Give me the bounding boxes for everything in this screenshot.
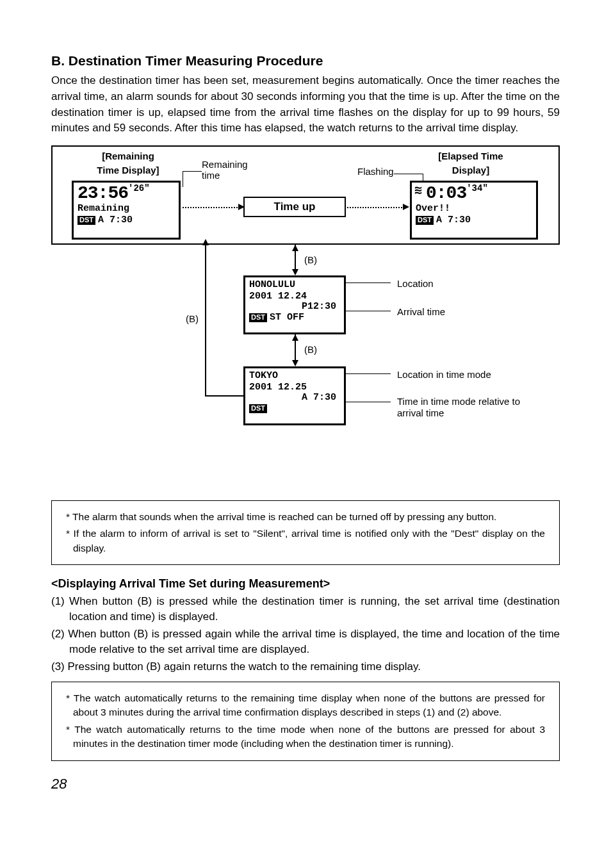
leader-line: [346, 373, 391, 374]
lcd-line: 2001 12.25: [249, 382, 307, 393]
notes-box-2: * The watch automatically returns to the…: [51, 682, 560, 761]
arrow-icon: [292, 334, 298, 341]
page-number: 28: [51, 774, 560, 794]
text: Time Display]: [97, 165, 159, 176]
loc-time-mode-label: Location in time mode: [397, 368, 491, 382]
flow-line: [205, 395, 243, 397]
flow-diagram: [Remaining Time Display] [Elapsed Time D…: [51, 145, 560, 491]
text: [Elapsed Time: [438, 151, 503, 161]
subheading: <Displaying Arrival Time Set during Meas…: [51, 575, 560, 592]
leader-line: [183, 171, 202, 172]
text: [Remaining: [102, 151, 154, 161]
time-rel-label: Time in time mode relative to arrival ti…: [397, 396, 544, 419]
arrival-time-label: Arrival time: [397, 305, 445, 319]
lcd-elapsed: ≋ 0:03'34" Over!! DSTA 7:30: [410, 181, 538, 240]
arrow-icon: [292, 269, 298, 275]
time-up-box: Time up: [243, 197, 346, 217]
arrow-icon: [403, 204, 409, 210]
lcd-line: TOKYO: [249, 370, 278, 381]
lcd-line: 2001 12.24: [249, 291, 307, 302]
lcd-line: A 7:30: [249, 393, 340, 403]
lcd-remaining: 23:56'26" Remaining DSTA 7:30: [72, 181, 181, 240]
arrow-icon: [202, 239, 209, 245]
lcd-sec: '34": [466, 183, 488, 193]
dst-badge: DST: [416, 216, 434, 225]
note-item: * The alarm that sounds when the arrival…: [66, 510, 545, 524]
lcd-sec: '26": [128, 183, 150, 193]
lcd-destination: HONOLULU 2001 12.24 P12:30 DSTST OFF: [243, 275, 346, 334]
step-item: (2) When button (B) is pressed again whi…: [51, 626, 560, 658]
arrow-icon: [292, 360, 298, 366]
step-item: (3) Pressing button (B) again returns th…: [51, 659, 560, 675]
remaining-time-label: Remaining time: [202, 160, 259, 181]
step-item: (1) When button (B) is pressed while the…: [51, 594, 560, 625]
dst-badge: DST: [249, 313, 267, 322]
dotted-arrow: [347, 207, 405, 208]
lcd-line: A 7:30: [98, 215, 133, 225]
leader-line: [394, 174, 423, 174]
lcd-main: 23:56: [77, 183, 128, 203]
dst-badge: DST: [77, 216, 95, 225]
lcd-line: P12:30: [249, 302, 340, 312]
lcd-line: HONOLULU: [249, 279, 295, 290]
note-item: * The watch automatically returns to the…: [66, 723, 545, 751]
notes-box-1: * The alarm that sounds when the arrival…: [51, 500, 560, 565]
text: Display]: [452, 165, 489, 176]
flashing-label: Flashing: [357, 165, 394, 179]
note-item: * If the alarm to inform of arrival is s…: [66, 527, 545, 555]
section-heading: B. Destination Timer Measuring Procedure: [51, 51, 560, 70]
lcd-main: 0:03: [426, 183, 466, 203]
lcd-line: ST OFF: [270, 312, 304, 323]
dst-badge: DST: [249, 404, 267, 413]
b-label: (B): [304, 343, 317, 357]
b-label: (B): [186, 312, 199, 326]
arrow-icon: [292, 245, 298, 251]
dotted-arrow: [183, 207, 240, 208]
elapsed-title: [Elapsed Time Display]: [410, 149, 532, 177]
intro-paragraph: Once the destination timer has been set,…: [51, 73, 560, 136]
lcd-timemode: TOKYO 2001 12.25 A 7:30 DST: [243, 366, 346, 425]
leader-line: [346, 311, 391, 311]
lcd-line: Over!!: [416, 203, 450, 214]
leader-line: [346, 283, 391, 283]
lcd-line: A 7:30: [436, 215, 471, 225]
remaining-title: [Remaining Time Display]: [77, 149, 179, 177]
flow-line: [205, 245, 206, 397]
location-label: Location: [397, 277, 434, 291]
leader-line: [183, 171, 183, 187]
lcd-line: Remaining: [77, 203, 129, 214]
b-label: (B): [304, 253, 317, 267]
leader-line: [346, 402, 391, 402]
note-item: * The watch automatically returns to the…: [66, 691, 545, 720]
